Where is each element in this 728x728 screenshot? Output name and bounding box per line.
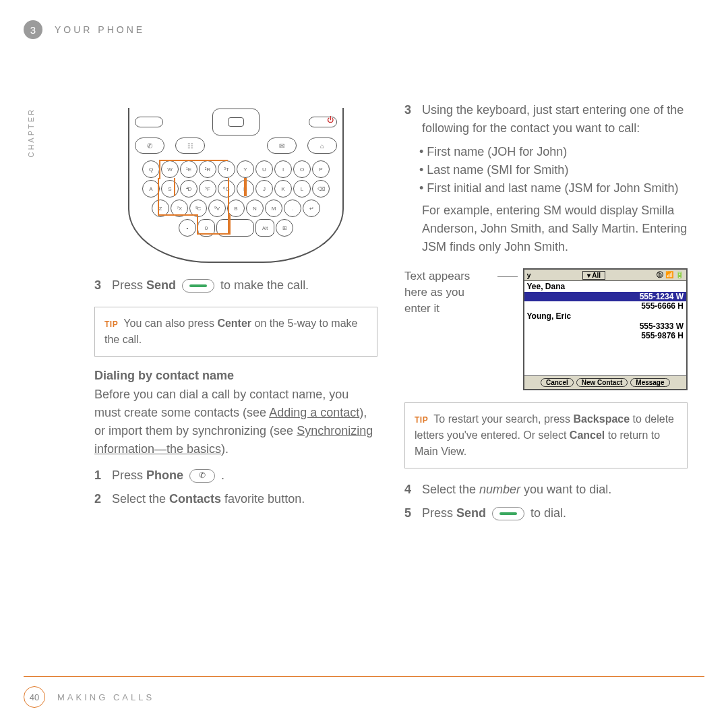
send-button-icon bbox=[492, 507, 524, 520]
page-footer: 40 MAKING CALLS bbox=[24, 676, 704, 708]
contact-number: 555-6666 H bbox=[524, 301, 687, 311]
phone-screen-mockup: y ▾ All ⓑ 📶 🔋 Yee, Dana 555-1234 W 555-6… bbox=[523, 268, 688, 390]
tip-label: TIP bbox=[415, 415, 428, 425]
intro-paragraph: Before you can dial a call by contact na… bbox=[94, 386, 377, 458]
link-adding-contact[interactable]: Adding a contact bbox=[269, 406, 359, 419]
contact-name: Young, Eric bbox=[524, 311, 687, 322]
example-paragraph: For example, entering SM would display S… bbox=[422, 202, 688, 256]
filter-dropdown: ▾ All bbox=[582, 271, 605, 280]
chapter-number-badge: 3 bbox=[24, 20, 42, 39]
tip-box-backspace: TIP To restart your search, press Backsp… bbox=[404, 402, 688, 468]
contact-name: Yee, Dana bbox=[524, 281, 687, 292]
step-number: 5 bbox=[404, 504, 415, 522]
screen-cancel-button: Cancel bbox=[541, 378, 574, 387]
callout-text: Text appears here as you enter it bbox=[404, 268, 492, 316]
step-text: Using the keyboard, just start entering … bbox=[422, 101, 688, 138]
step-text: Press Send to dial. bbox=[422, 504, 566, 522]
footer-title: MAKING CALLS bbox=[57, 692, 154, 702]
content-columns: ⏻ ✆ ☷ ✉ ⌂ QW¹E²R³TYUIOP AS⁴D⁵F⁶GHJKL⌫ Z⁷… bbox=[94, 101, 701, 528]
callout-leader-line bbox=[497, 276, 518, 277]
contact-number-selected: 555-1234 W bbox=[524, 292, 687, 301]
step-text: Select the Contacts favorite button. bbox=[112, 490, 305, 508]
tip-label: TIP bbox=[104, 320, 118, 329]
bullet-list: First name (JOH for John) Last name (SMI… bbox=[419, 143, 688, 198]
search-entry: y bbox=[527, 271, 531, 279]
chapter-side-label: CHAPTER bbox=[27, 108, 35, 158]
step-number: 4 bbox=[404, 481, 415, 499]
step-text: Press Send to make the call. bbox=[112, 276, 309, 295]
list-item: First initial and last name (JSM for Joh… bbox=[419, 179, 688, 198]
right-steps-4-5: 4 Select the number you want to dial. 5 … bbox=[404, 481, 688, 522]
send-button-icon bbox=[182, 279, 214, 293]
step-number: 3 bbox=[94, 276, 105, 295]
step-text: Select the number you want to dial. bbox=[422, 481, 611, 499]
contact-number: 555-3333 W bbox=[524, 322, 687, 331]
step-number: 2 bbox=[94, 490, 105, 508]
left-steps-1-2: 1 Press Phone . 2 Select the Contacts fa… bbox=[94, 466, 377, 508]
screen-message-button: Message bbox=[630, 378, 669, 387]
list-item: First name (JOH for John) bbox=[419, 143, 688, 161]
left-column: ⏻ ✆ ☷ ✉ ⌂ QW¹E²R³TYUIOP AS⁴D⁵F⁶GHJKL⌫ Z⁷… bbox=[94, 101, 377, 528]
right-column: 3 Using the keyboard, just start enterin… bbox=[404, 101, 688, 528]
list-item: Last name (SMI for Smith) bbox=[419, 161, 688, 179]
left-step-3: 3 Press Send to make the call. bbox=[94, 276, 377, 295]
step-text: Press Phone . bbox=[112, 466, 224, 485]
screen-new-contact-button: New Contact bbox=[576, 378, 628, 387]
header-title: YOUR PHONE bbox=[55, 24, 145, 35]
subheading-dialing: Dialing by contact name bbox=[94, 369, 377, 383]
page-number-badge: 40 bbox=[24, 686, 45, 708]
page-header: 3 YOUR PHONE bbox=[24, 20, 145, 39]
phone-button-icon bbox=[189, 469, 215, 483]
keyboard-illustration: ⏻ ✆ ☷ ✉ ⌂ QW¹E²R³TYUIOP AS⁴D⁵F⁶GHJKL⌫ Z⁷… bbox=[128, 108, 344, 263]
step-number: 1 bbox=[94, 466, 105, 485]
screenshot-callout: Text appears here as you enter it y ▾ Al… bbox=[404, 268, 688, 390]
right-step-3: 3 Using the keyboard, just start enterin… bbox=[404, 101, 688, 138]
contact-number: 555-9876 H bbox=[524, 331, 687, 340]
tip-box-center: TIP You can also press Center on the 5-w… bbox=[94, 307, 377, 357]
step-number: 3 bbox=[404, 101, 415, 138]
status-icons: ⓑ 📶 🔋 bbox=[657, 270, 684, 280]
